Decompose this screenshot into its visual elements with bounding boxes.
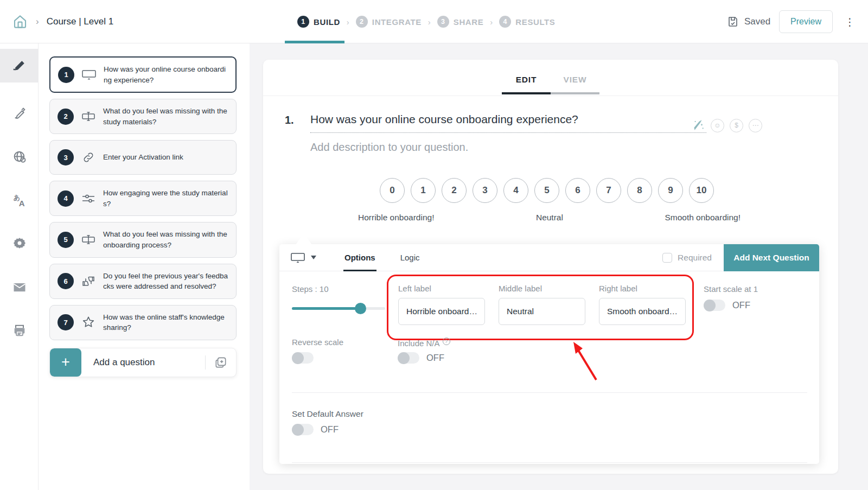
question-description-placeholder[interactable]: Add description to your question. (310, 141, 468, 154)
question-item-7[interactable]: 7How was the online staff's knowledge sh… (49, 305, 237, 340)
chevron-right-icon: › (36, 16, 39, 27)
reverse-scale-label: Reverse scale (292, 338, 343, 347)
step-share[interactable]: 3SHARE (437, 16, 484, 28)
annotation-red-rectangle: Left labelHorrible onboard…Middle labelN… (387, 275, 694, 340)
step-number: 1 (297, 16, 309, 28)
field-label: Left label (398, 284, 485, 293)
currency-icon[interactable]: $ (730, 119, 743, 132)
scale-value-9[interactable]: 9 (658, 178, 683, 203)
gear-icon (12, 236, 27, 251)
scale-value-1[interactable]: 1 (411, 178, 436, 203)
field-middle-label: Middle labelNeutral (499, 284, 585, 339)
include-na-label: Include N/A? (398, 338, 450, 348)
survey-title[interactable]: Course | Level 1 (47, 16, 113, 27)
question-type-dropdown[interactable] (279, 251, 327, 264)
kebab-menu-icon[interactable]: ⋮ (841, 16, 858, 28)
question-item-2[interactable]: 2What do you feel was missing with the s… (49, 99, 237, 134)
set-default-toggle[interactable] (292, 424, 314, 435)
steps-slider-handle[interactable] (355, 303, 366, 314)
question-item-5[interactable]: 5What do you feel was missing with the o… (49, 222, 237, 257)
sidebar-item-gear-icon[interactable] (0, 227, 39, 260)
sidebar-item-mail-icon[interactable] (0, 270, 39, 304)
tab-view[interactable]: VIEW (551, 75, 599, 94)
home-icon[interactable] (12, 14, 28, 30)
survey-builder-app: › Course | Level 1 1BUILD›2INTEGRATE›3SH… (0, 0, 868, 490)
question-number-badge: 4 (58, 190, 74, 207)
question-item-4[interactable]: 4How engaging were the study materials? (49, 181, 237, 216)
tabs-divider (263, 96, 838, 96)
scale-value-3[interactable]: 3 (473, 178, 497, 203)
ai-wand-icon[interactable] (691, 118, 705, 132)
left-icon-rail: あA (0, 43, 39, 490)
scale-left-label: Horrible onboarding! (358, 213, 434, 222)
edit-pencil-icon (11, 58, 28, 74)
copy-plus-icon[interactable] (206, 348, 236, 377)
tab-options[interactable]: Options (343, 244, 376, 271)
question-item-text: What do you feel was missing with the st… (103, 106, 229, 127)
question-number-badge: 3 (58, 149, 74, 166)
scale-value-6[interactable]: 6 (565, 178, 590, 203)
question-item-text: How was the online staff's knowledge sha… (103, 312, 229, 333)
sidebar-item-translate-icon[interactable]: あA (0, 183, 39, 217)
divider (292, 462, 807, 463)
thumbs-icon (80, 274, 97, 288)
help-icon[interactable]: ? (443, 338, 450, 345)
start-scale-label: Start scale at 1 (704, 284, 758, 294)
question-item-1[interactable]: 1How was your online course onboarding e… (49, 56, 237, 93)
step-integrate[interactable]: 2INTEGRATE (356, 16, 422, 28)
sidebar-item-edit-pencil-icon[interactable] (0, 49, 39, 82)
start-scale-toggle[interactable] (704, 300, 725, 311)
scale-value-4[interactable]: 4 (503, 178, 528, 203)
sidebar-item-printer-icon[interactable] (0, 314, 39, 347)
scale-value-8[interactable]: 8 (627, 178, 652, 203)
step-label: RESULTS (515, 17, 555, 27)
more-icon[interactable]: ⋯ (749, 119, 762, 132)
required-label: Required (678, 253, 712, 263)
question-item-text: How engaging were the study materials? (103, 188, 229, 209)
step-separator: › (428, 17, 431, 27)
steps-slider[interactable] (292, 307, 385, 310)
scale-value-7[interactable]: 7 (596, 178, 621, 203)
step-build[interactable]: 1BUILD (297, 16, 340, 28)
tab-logic[interactable]: Logic (399, 244, 421, 271)
topbar-actions: Saved Preview ⋮ (726, 0, 858, 43)
saved-status: Saved (726, 15, 770, 28)
steps-slider-fill (292, 307, 360, 310)
tab-edit[interactable]: EDIT (502, 75, 551, 94)
sidebar-item-paint-brush-icon[interactable] (0, 97, 39, 130)
question-item-3[interactable]: 3Enter your Activation link (49, 140, 237, 175)
breadcrumb: › Course | Level 1 (12, 0, 113, 43)
scale-value-10[interactable]: 10 (689, 178, 714, 203)
question-item-6[interactable]: 6Do you feel the previous year's feedbac… (49, 264, 237, 299)
step-label: BUILD (314, 17, 340, 27)
field-input-middle-label[interactable]: Neutral (499, 298, 585, 325)
required-checkbox[interactable] (662, 253, 672, 263)
required-control: Required (662, 253, 712, 263)
scale-value-0[interactable]: 0 (380, 178, 405, 203)
sidebar-item-globe-icon[interactable] (0, 140, 39, 174)
smiley-icon[interactable]: ☺ (711, 119, 724, 132)
scale-middle-label: Neutral (536, 213, 563, 222)
add-question-button[interactable]: +Add a question (49, 348, 237, 377)
scale-value-2[interactable]: 2 (442, 178, 467, 203)
plus-icon: + (50, 348, 81, 377)
field-left-label: Left labelHorrible onboard… (398, 284, 485, 339)
field-input-left-label[interactable]: Horrible onboard… (398, 298, 485, 325)
mail-icon (12, 279, 27, 295)
question-item-text: Do you feel the previous year's feedback… (103, 271, 229, 292)
options-panel: Options Logic Required Add Next Question… (279, 244, 819, 464)
question-number-badge: 7 (58, 314, 74, 330)
step-results[interactable]: 4RESULTS (499, 16, 555, 28)
build-steps-nav: 1BUILD›2INTEGRATE›3SHARE›4RESULTS (297, 0, 555, 43)
reverse-scale-toggle[interactable] (292, 352, 314, 364)
field-input-right-label[interactable]: Smooth onboard… (599, 298, 686, 325)
preview-button[interactable]: Preview (779, 10, 833, 33)
question-list-panel: 1How was your online course onboarding e… (39, 43, 250, 490)
star-icon (80, 315, 97, 329)
question-title-input[interactable]: How was your online course onboarding ex… (310, 113, 706, 133)
question-item-text: Enter your Activation link (103, 152, 183, 163)
include-na-toggle[interactable] (398, 352, 419, 364)
scale-value-5[interactable]: 5 (534, 178, 559, 203)
top-bar: › Course | Level 1 1BUILD›2INTEGRATE›3SH… (0, 0, 868, 43)
add-next-question-button[interactable]: Add Next Question (724, 244, 819, 271)
